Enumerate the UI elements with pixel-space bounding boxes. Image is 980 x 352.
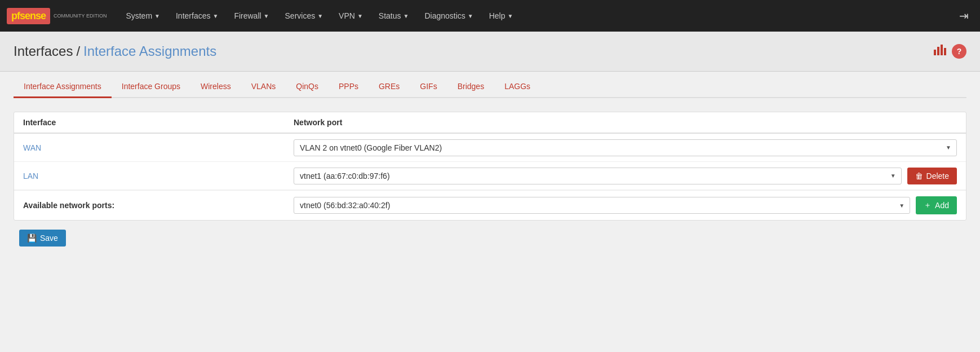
lan-row-actions: 🗑 Delete [902, 168, 957, 184]
breadcrumb: Interfaces / Interface Assignments [14, 43, 216, 59]
nav-link-status[interactable]: Status ▼ [371, 0, 417, 32]
wan-port-select[interactable]: VLAN 2 on vtnet0 (Google Fiber VLAN2) [294, 139, 957, 156]
nav-link-vpn[interactable]: VPN ▼ [331, 0, 371, 32]
tab-vlans[interactable]: VLANs [241, 76, 286, 98]
tab-gifs[interactable]: GIFs [410, 76, 447, 98]
breadcrumb-parent: Interfaces [14, 43, 73, 59]
nav-item-system[interactable]: System ▼ [118, 0, 168, 32]
logo-pf: pf [11, 10, 20, 21]
lan-port-select[interactable]: vtnet1 (aa:67:c0:db:97:f6) [294, 168, 902, 184]
table-header: Interface Network port [14, 112, 966, 134]
caret-icon: ▼ [468, 13, 473, 19]
add-interface-button[interactable]: ＋ Add [916, 196, 957, 214]
svg-rect-0 [934, 50, 936, 55]
nav-link-services[interactable]: Services ▼ [277, 0, 331, 32]
nav-link-system[interactable]: System ▼ [118, 0, 168, 32]
main-content: Interface Assignments Interface Groups W… [0, 72, 980, 260]
tab-bar: Interface Assignments Interface Groups W… [14, 72, 966, 98]
nav-item-diagnostics[interactable]: Diagnostics ▼ [416, 0, 481, 32]
caret-icon: ▼ [154, 13, 160, 19]
save-button[interactable]: 💾 Save [19, 230, 66, 247]
brand: pfsense COMMUNITY EDITION [7, 8, 107, 24]
header-icons: ? [933, 43, 966, 60]
svg-rect-3 [944, 48, 946, 55]
nav-link-firewall[interactable]: Firewall ▼ [226, 0, 277, 32]
nav-link-diagnostics[interactable]: Diagnostics ▼ [416, 0, 481, 32]
brand-tagline: COMMUNITY EDITION [54, 13, 107, 19]
nav-link-interfaces[interactable]: Interfaces ▼ [168, 0, 226, 32]
logo-sense: sense [20, 10, 46, 21]
tab-laggs[interactable]: LAGGs [494, 76, 540, 98]
chart-icon[interactable] [933, 43, 946, 60]
caret-icon: ▼ [212, 13, 218, 19]
navbar-right: ⇥ [955, 9, 973, 23]
save-icon: 💾 [27, 234, 37, 243]
nav-item-help[interactable]: Help ▼ [481, 0, 521, 32]
help-icon[interactable]: ? [952, 44, 966, 59]
nav-item-interfaces[interactable]: Interfaces ▼ [168, 0, 226, 32]
table-row: LAN vtnet1 (aa:67:c0:db:97:f6) 🗑 Delete [14, 162, 966, 190]
breadcrumb-separator: / [76, 43, 80, 59]
plus-icon: ＋ [924, 200, 932, 210]
table-row: WAN VLAN 2 on vtnet0 (Google Fiber VLAN2… [14, 134, 966, 162]
nav-menu: System ▼ Interfaces ▼ Firewall ▼ Service… [118, 0, 955, 32]
trash-icon: 🗑 [915, 171, 923, 181]
nav-item-firewall[interactable]: Firewall ▼ [226, 0, 277, 32]
caret-icon: ▼ [264, 13, 269, 19]
tab-bridges[interactable]: Bridges [447, 76, 494, 98]
caret-icon: ▼ [357, 13, 363, 19]
nav-link-help[interactable]: Help ▼ [481, 0, 521, 32]
save-area: 💾 Save [14, 221, 966, 247]
wan-port-selector[interactable]: VLAN 2 on vtnet0 (Google Fiber VLAN2) [294, 139, 957, 156]
svg-rect-1 [937, 47, 939, 55]
tab-gres[interactable]: GREs [369, 76, 410, 98]
nav-item-services[interactable]: Services ▼ [277, 0, 331, 32]
lan-interface-name: LAN [23, 171, 294, 181]
page-header: Interfaces / Interface Assignments ? [0, 32, 980, 72]
available-ports-label: Available network ports: [23, 201, 294, 210]
available-row-actions: ＋ Add [910, 196, 957, 214]
tab-wireless[interactable]: Wireless [190, 76, 241, 98]
logout-button[interactable]: ⇥ [955, 9, 973, 23]
available-port-selector[interactable]: vtnet0 (56:bd:32:a0:40:2f) [294, 197, 910, 214]
interface-table: Interface Network port WAN VLAN 2 on vtn… [14, 112, 966, 221]
available-ports-row: Available network ports: vtnet0 (56:bd:3… [14, 190, 966, 220]
nav-item-vpn[interactable]: VPN ▼ [331, 0, 371, 32]
tab-interface-groups[interactable]: Interface Groups [112, 76, 190, 98]
caret-icon: ▼ [317, 13, 323, 19]
logo: pfsense [7, 8, 50, 24]
col-network-port: Network port [294, 118, 957, 127]
wan-interface-name: WAN [23, 143, 294, 152]
tab-interface-assignments[interactable]: Interface Assignments [14, 76, 112, 98]
lan-port-selector[interactable]: vtnet1 (aa:67:c0:db:97:f6) [294, 168, 902, 184]
caret-icon: ▼ [508, 13, 513, 19]
breadcrumb-current: Interface Assignments [83, 43, 216, 59]
navbar: pfsense COMMUNITY EDITION System ▼ Inter… [0, 0, 980, 32]
delete-lan-button[interactable]: 🗑 Delete [907, 168, 957, 184]
available-port-select[interactable]: vtnet0 (56:bd:32:a0:40:2f) [294, 197, 910, 214]
col-interface: Interface [23, 118, 294, 127]
tab-qinqs[interactable]: QinQs [286, 76, 329, 98]
svg-rect-2 [941, 45, 943, 55]
nav-item-status[interactable]: Status ▼ [371, 0, 417, 32]
tab-ppps[interactable]: PPPs [329, 76, 369, 98]
caret-icon: ▼ [403, 13, 409, 19]
